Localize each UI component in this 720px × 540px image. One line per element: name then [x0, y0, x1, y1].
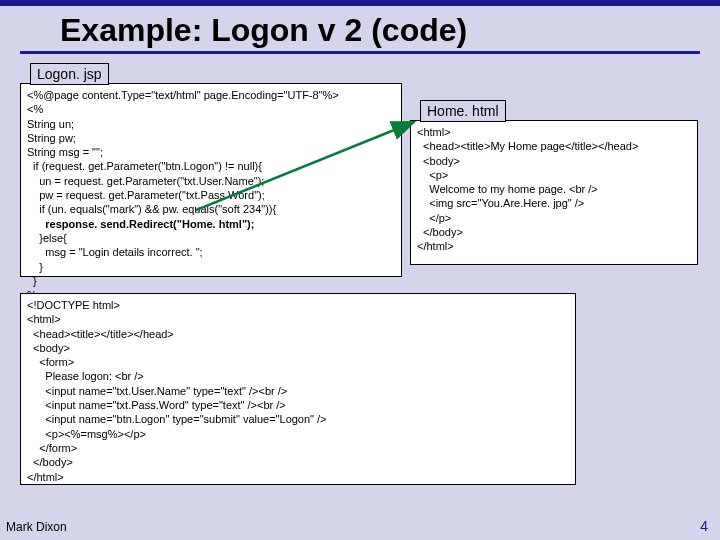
- footer-page-number: 4: [700, 518, 708, 534]
- code-text: <!DOCTYPE html> <html> <head><title></ti…: [27, 299, 327, 483]
- code-bold-line: response. send.Redirect("Home. html");: [27, 218, 254, 230]
- code-text-after: }else{ msg = "Login details incorrect. "…: [27, 232, 203, 301]
- footer-author: Mark Dixon: [6, 520, 67, 534]
- code-box-logon-top: <%@page content.Type="text/html" page.En…: [20, 83, 402, 277]
- tab-logon-jsp: Logon. jsp: [30, 63, 109, 85]
- title-underline: [20, 51, 700, 54]
- code-text: <%@page content.Type="text/html" page.En…: [27, 89, 339, 215]
- code-text: <html> <head><title>My Home page</title>…: [417, 126, 638, 252]
- code-box-home: <html> <head><title>My Home page</title>…: [410, 120, 698, 265]
- slide-title: Example: Logon v 2 (code): [0, 6, 720, 51]
- tab-home-html: Home. html: [420, 100, 506, 122]
- code-box-logon-bottom: <!DOCTYPE html> <html> <head><title></ti…: [20, 293, 576, 485]
